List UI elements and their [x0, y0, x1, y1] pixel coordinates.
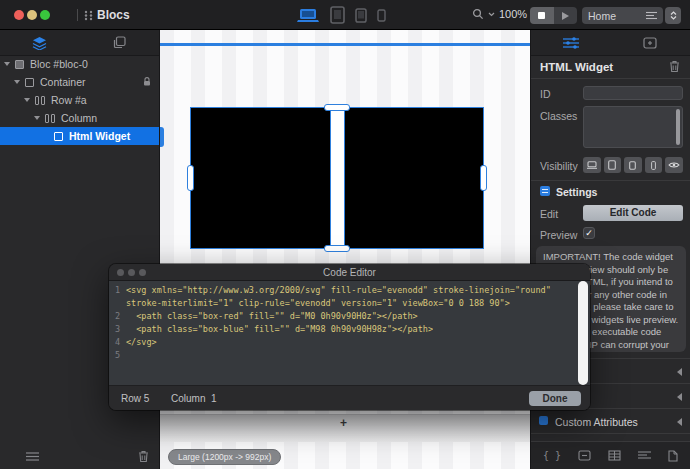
- tab-layer-tree[interactable]: [0, 30, 80, 55]
- zoom-value: 100%: [499, 8, 527, 20]
- app-title: Blocs: [97, 8, 130, 22]
- tab-add-asset[interactable]: [611, 30, 690, 55]
- table-icon[interactable]: [608, 450, 621, 461]
- trash-icon[interactable]: [138, 450, 149, 463]
- visibility-tablet-landscape-toggle[interactable]: [604, 157, 622, 173]
- delete-widget-icon[interactable]: [669, 60, 680, 73]
- toolbar-divider: [77, 9, 78, 21]
- resize-handle-top[interactable]: [324, 104, 350, 111]
- visibility-desktop-toggle[interactable]: [583, 157, 601, 173]
- page-stepper[interactable]: [665, 7, 681, 24]
- visibility-eye-toggle[interactable]: [665, 157, 683, 173]
- tablet-breakpoint-icon[interactable]: [355, 8, 367, 23]
- chevron-down-icon: [670, 16, 677, 20]
- tree-label: Row #a: [51, 94, 87, 106]
- row-icon: [35, 96, 45, 105]
- settings-label: Settings: [556, 186, 597, 198]
- visibility-phone-toggle[interactable]: [645, 157, 663, 173]
- id-label: ID: [540, 88, 551, 100]
- scrollbar-thumb[interactable]: [676, 109, 680, 145]
- layers-icon: [32, 36, 47, 50]
- tablet-landscape-icon: [608, 160, 616, 170]
- tree-label: Html Widget: [69, 130, 130, 142]
- stop-button[interactable]: [530, 7, 554, 24]
- tablet-icon: [629, 161, 636, 170]
- visibility-tablet-toggle[interactable]: [624, 157, 642, 173]
- fullscreen-button[interactable]: [40, 10, 50, 20]
- page-icon[interactable]: [668, 450, 678, 462]
- minimize-button[interactable]: [27, 10, 37, 20]
- left-sidebar-footer: [0, 443, 159, 469]
- settings-chip-icon: [540, 186, 550, 196]
- play-button[interactable]: [554, 7, 578, 24]
- page-selector[interactable]: Home: [582, 7, 663, 24]
- classes-input[interactable]: [583, 106, 683, 148]
- tree-row-column[interactable]: Column: [0, 109, 159, 127]
- page-list-icon: [646, 11, 657, 20]
- disclosure-icon[interactable]: [14, 80, 20, 84]
- resize-handle-left[interactable]: [187, 165, 194, 191]
- disclosure-icon[interactable]: [34, 116, 40, 120]
- code-area[interactable]: 1 <svg xmlns="http://www.w3.org/2000/svg…: [109, 281, 590, 385]
- id-input[interactable]: [583, 86, 683, 100]
- preview-checkbox[interactable]: ✓: [583, 227, 595, 239]
- menu-icon[interactable]: [26, 452, 39, 461]
- blocs-copy-icon: [113, 36, 126, 49]
- selected-html-widget[interactable]: [190, 107, 484, 249]
- drag-handle-icon: [84, 10, 93, 21]
- divider: [531, 180, 690, 181]
- chevron-up-icon: [670, 11, 677, 15]
- cursor-row-indicator: Row 5: [121, 393, 149, 404]
- mobile-breakpoint-icon[interactable]: [377, 9, 386, 22]
- code-editor-window: Code Editor 1 <svg xmlns="http://www.w3.…: [109, 264, 590, 410]
- section-custom-attributes[interactable]: Custom Attributes: [531, 408, 690, 433]
- disclosure-left-icon: [677, 393, 682, 401]
- resize-handle-right[interactable]: [480, 165, 487, 191]
- tree-row-bloc[interactable]: Bloc #bloc-0: [0, 55, 159, 73]
- code-line: 3 <path class="box-blue" fill="" d="M98 …: [109, 323, 590, 336]
- toolbar: Blocs 100%: [0, 0, 690, 30]
- add-bloc-zone[interactable]: +: [160, 414, 530, 442]
- widget-box-icon[interactable]: [578, 450, 591, 461]
- bloc-side-handle[interactable]: [160, 127, 164, 147]
- code-line: 1 <svg xmlns="http://www.w3.org/2000/svg…: [109, 284, 590, 297]
- laptop-breakpoint-icon[interactable]: [330, 6, 345, 24]
- left-sidebar-tabs: [0, 30, 159, 56]
- tree-row-html-widget[interactable]: Html Widget: [0, 127, 159, 145]
- tree-label: Bloc #bloc-0: [30, 58, 88, 70]
- search-icon: [472, 8, 484, 20]
- tree-row-row[interactable]: Row #a: [0, 91, 159, 109]
- plus-box-icon: [643, 37, 657, 49]
- tab-properties[interactable]: [531, 30, 611, 55]
- tab-blocs[interactable]: [80, 30, 160, 55]
- disclosure-icon[interactable]: [4, 62, 10, 66]
- tree-row-container[interactable]: Container: [0, 73, 159, 91]
- desktop-breakpoint-icon[interactable]: [296, 8, 320, 23]
- resize-handle-bottom[interactable]: [324, 245, 350, 252]
- code-line: 5: [109, 349, 590, 362]
- list-icon[interactable]: [638, 451, 651, 461]
- inspector-footer-icons: { }: [531, 441, 690, 469]
- code-line: 2 <path class="box-red" fill="" d="M0 0h…: [109, 310, 590, 323]
- zoom-control[interactable]: 100%: [472, 8, 527, 20]
- phone-icon: [651, 161, 656, 170]
- close-button[interactable]: [14, 10, 24, 20]
- disclosure-left-icon: [677, 368, 682, 376]
- code-braces-icon[interactable]: { }: [543, 450, 561, 461]
- code-editor-titlebar[interactable]: Code Editor: [109, 264, 590, 281]
- edit-code-button[interactable]: Edit Code: [583, 205, 683, 221]
- svg-box-blue[interactable]: [344, 108, 483, 248]
- code-editor-statusbar: Row 5 Column 1 Done: [109, 385, 590, 410]
- inspector-tabs: [531, 30, 690, 56]
- layer-tree: Bloc #bloc-0 Container Row #a Column: [0, 55, 159, 145]
- chevron-down-icon: [488, 12, 495, 17]
- disclosure-left-icon: [677, 418, 682, 426]
- svg-box-red[interactable]: [191, 108, 331, 248]
- done-button[interactable]: Done: [529, 391, 581, 406]
- preview-label: Preview: [540, 229, 577, 241]
- disclosure-icon[interactable]: [24, 98, 30, 102]
- visibility-toggles: [583, 157, 683, 173]
- editor-scrollbar[interactable]: [578, 281, 588, 385]
- window-title: Code Editor: [109, 267, 590, 278]
- bloc-selection-line: [160, 43, 530, 46]
